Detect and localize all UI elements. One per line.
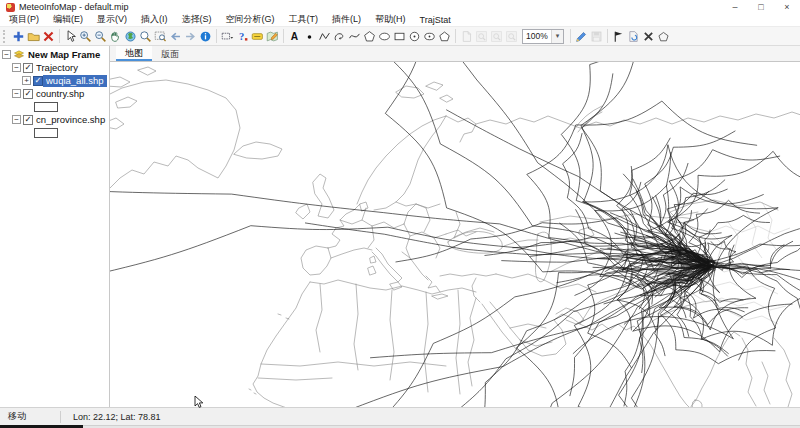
menu-edit[interactable]: 编辑(E) — [46, 13, 90, 26]
tree-item-country-shp[interactable]: −✓country.shp — [0, 87, 109, 100]
expand-icon[interactable]: + — [22, 76, 31, 85]
page-icon — [460, 30, 473, 43]
toolbar-separator — [455, 29, 456, 43]
window-controls: – □ × — [722, 0, 800, 13]
status-bar: 移动 Lon: 22.12; Lat: 78.81 — [0, 407, 800, 425]
zoom-next-button[interactable] — [183, 28, 198, 44]
zoomout-icon — [94, 30, 107, 43]
collapse-icon[interactable]: − — [2, 50, 11, 59]
tab-map[interactable]: 地图 — [116, 46, 152, 61]
identify-button[interactable] — [198, 28, 213, 44]
draw-pentagon-button[interactable] — [437, 28, 452, 44]
zoom-previous-button[interactable] — [168, 28, 183, 44]
arrowl-icon — [169, 30, 182, 43]
hand-icon — [109, 30, 122, 43]
draw-polyline-button[interactable] — [317, 28, 332, 44]
select-by-rectangle-button[interactable] — [220, 28, 235, 44]
open-project-button[interactable] — [26, 28, 41, 44]
status-separator — [60, 411, 61, 423]
selrect-icon — [221, 30, 234, 43]
folder-icon — [27, 30, 40, 43]
menu-tools[interactable]: 工具(T) — [282, 13, 326, 26]
full-extent-button[interactable] — [123, 28, 138, 44]
tab-layout[interactable]: 版面 — [152, 46, 188, 61]
add-layer-button[interactable] — [11, 28, 26, 44]
zoom-out-button[interactable] — [93, 28, 108, 44]
layout-zoom-out-button — [489, 28, 504, 44]
layer-visibility-checkbox[interactable]: ✓ — [23, 115, 33, 125]
xdark-icon — [642, 30, 655, 43]
collapse-icon[interactable]: − — [12, 63, 21, 72]
pent-icon — [438, 30, 451, 43]
legend-swatch[interactable] — [34, 102, 58, 112]
curve-icon — [348, 30, 361, 43]
world-map[interactable] — [110, 62, 800, 407]
chevron-down-icon[interactable]: ▾ — [551, 30, 563, 43]
layout-full-button — [504, 28, 519, 44]
select-tool-button[interactable] — [63, 28, 78, 44]
collapse-icon[interactable]: − — [12, 89, 21, 98]
menu-project[interactable]: 项目(P) — [2, 13, 46, 26]
map-property-button[interactable] — [265, 28, 280, 44]
draw-curve-polygon-button[interactable] — [377, 28, 392, 44]
collapse-icon[interactable]: − — [12, 115, 21, 124]
measure-button[interactable] — [250, 28, 265, 44]
pencil-icon — [575, 30, 588, 43]
insert-label-button[interactable]: A — [287, 28, 302, 44]
add-flag-button[interactable] — [611, 28, 626, 44]
map-canvas[interactable] — [110, 62, 800, 407]
edit-start-button[interactable] — [574, 28, 589, 44]
zoom-to-layer-button[interactable] — [153, 28, 168, 44]
remove-layer-button[interactable] — [41, 28, 56, 44]
minimize-button[interactable]: – — [722, 0, 748, 13]
convert-trajectory-button[interactable] — [626, 28, 641, 44]
tree-item-wuqia-all-shp[interactable]: +✓wuqia_all.shp — [0, 74, 109, 87]
zoomin-icon — [79, 30, 92, 43]
status-tool-label: 移动 — [0, 410, 60, 423]
tree-item-cn-province-shp[interactable]: −✓cn_province.shp — [0, 113, 109, 126]
help-button[interactable]: ? — [235, 28, 250, 44]
create-polygon-button[interactable] — [656, 28, 671, 44]
layer-visibility-checkbox[interactable]: ✓ — [23, 89, 33, 99]
maximize-button[interactable]: □ — [748, 0, 774, 13]
legend-swatch[interactable] — [34, 128, 58, 138]
globe-icon — [124, 30, 137, 43]
floppy-icon — [590, 30, 603, 43]
polygon-icon — [363, 30, 376, 43]
menu-select[interactable]: 选择(S) — [175, 13, 219, 26]
magnifier-icon — [139, 30, 152, 43]
tree-item-trajectory[interactable]: −✓Trajectory — [0, 61, 109, 74]
tag-icon — [251, 30, 264, 43]
menu-trajstat[interactable]: TrajStat — [413, 15, 458, 25]
layer-visibility-checkbox[interactable]: ✓ — [23, 63, 33, 73]
tree-item-new-map-frame[interactable]: −New Map Frame — [0, 48, 109, 61]
zoom-window-button[interactable] — [138, 28, 153, 44]
menu-plugins[interactable]: 插件(L) — [325, 13, 368, 26]
zoomrect-icon — [154, 30, 167, 43]
svg-text:A: A — [291, 31, 299, 42]
pagezoom-icon — [490, 30, 503, 43]
draw-polygon-button[interactable] — [362, 28, 377, 44]
menu-insert[interactable]: 插入(I) — [134, 13, 175, 26]
zoom-in-button[interactable] — [78, 28, 93, 44]
pagerefresh-icon — [627, 30, 640, 43]
draw-ellipse-button[interactable] — [422, 28, 437, 44]
layout-zoom-combo[interactable]: 100%▾ — [522, 29, 564, 44]
tree-item-label: country.shp — [33, 88, 87, 100]
draw-point-button[interactable] — [302, 28, 317, 44]
menu-bar: 项目(P) 编辑(E) 显示(V) 插入(I) 选择(S) 空间分析(G) 工具… — [0, 13, 800, 26]
delete-flag-button[interactable] — [641, 28, 656, 44]
draw-freehand-button[interactable] — [332, 28, 347, 44]
menu-geoprocessing[interactable]: 空间分析(G) — [219, 13, 282, 26]
pan-button[interactable] — [108, 28, 123, 44]
menu-view[interactable]: 显示(V) — [90, 13, 134, 26]
close-button[interactable]: × — [774, 0, 800, 13]
tree-item-label: wuqia_all.shp — [43, 75, 107, 87]
help-icon: ? — [236, 30, 249, 43]
menu-help[interactable]: 帮助(H) — [368, 13, 413, 26]
toolbar: ?A100%▾ — [0, 26, 800, 46]
draw-curve-button[interactable] — [347, 28, 362, 44]
draw-rectangle-button[interactable] — [392, 28, 407, 44]
draw-circle-button[interactable] — [407, 28, 422, 44]
layer-visibility-checkbox[interactable]: ✓ — [33, 76, 43, 86]
